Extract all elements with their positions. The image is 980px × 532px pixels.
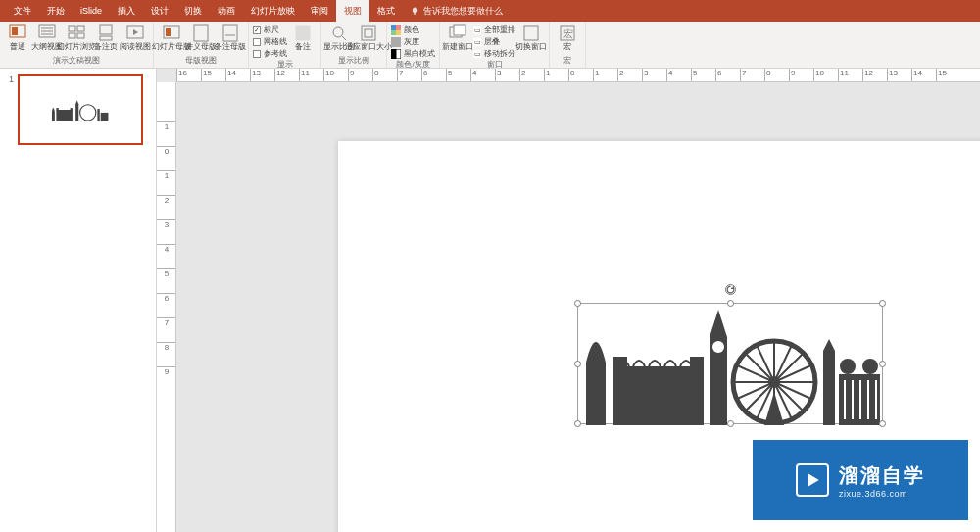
svg-rect-58 [823, 351, 835, 425]
resize-handle-w[interactable] [574, 361, 581, 367]
chk-guides[interactable]: 参考线 [253, 48, 287, 59]
slide-thumbnail[interactable] [18, 74, 143, 145]
group-presentation-views: 普通 大纲视图 幻灯片浏览 备注页 阅读视图 演示文稿视图 [0, 22, 154, 68]
tab-review[interactable]: 审阅 [303, 0, 336, 22]
btn-new-window[interactable]: 新建窗口 [444, 24, 471, 52]
btn-reading-view[interactable]: 阅读视图 [122, 24, 149, 52]
svg-rect-19 [296, 26, 310, 40]
btn-notes[interactable]: 备注 [289, 24, 317, 52]
vertical-ruler[interactable]: 10123456789 [157, 82, 176, 532]
group-label: 宏 [564, 55, 571, 68]
svg-rect-38 [71, 108, 73, 111]
svg-rect-24 [391, 25, 396, 30]
svg-point-61 [862, 359, 878, 374]
btn-notes-master[interactable]: 备注母版 [217, 24, 244, 52]
resize-handle-se[interactable] [879, 420, 886, 427]
btn-notes-page[interactable]: 备注页 [92, 24, 120, 52]
tab-slideshow[interactable]: 幻灯片放映 [243, 0, 303, 22]
svg-rect-16 [194, 25, 208, 41]
horizontal-ruler[interactable]: 1615141312111098765432101234567891011121… [176, 69, 980, 82]
resize-handle-n[interactable] [727, 300, 734, 307]
city-silhouette-shape[interactable] [578, 304, 884, 425]
group-color-grayscale: 颜色 灰度 黑白模式 颜色/灰度 [387, 22, 440, 68]
svg-rect-27 [396, 30, 401, 35]
resize-handle-nw[interactable] [574, 300, 581, 307]
group-show: ✓标尺 网格线 参考线 备注 显示 [249, 22, 321, 68]
tab-file[interactable]: 文件 [6, 0, 39, 22]
tab-view[interactable]: 视图 [336, 0, 369, 22]
tab-home[interactable]: 开始 [39, 0, 73, 22]
svg-rect-32 [454, 25, 466, 35]
btn-cascade[interactable]: ▭层叠 [473, 36, 515, 47]
svg-rect-30 [396, 49, 401, 59]
svg-rect-37 [56, 108, 58, 111]
svg-point-60 [840, 359, 856, 374]
selection-box[interactable] [577, 303, 883, 424]
btn-color[interactable]: 颜色 [391, 24, 435, 35]
svg-rect-25 [396, 25, 401, 30]
svg-rect-23 [365, 29, 372, 37]
svg-rect-33 [524, 26, 538, 40]
tab-islide[interactable]: iSlide [73, 0, 110, 22]
tab-format[interactable]: 格式 [369, 0, 403, 22]
svg-rect-22 [362, 26, 375, 40]
lightbulb-icon [411, 7, 419, 16]
slide-thumbnail-panel[interactable]: 1 [0, 69, 157, 532]
resize-handle-ne[interactable] [879, 300, 886, 307]
chk-ruler[interactable]: ✓标尺 [253, 24, 287, 35]
resize-handle-e[interactable] [879, 361, 886, 367]
svg-rect-43 [613, 357, 627, 370]
resize-handle-s[interactable] [727, 420, 734, 427]
svg-rect-10 [100, 25, 112, 34]
group-macros: 宏宏 宏 [550, 22, 586, 68]
btn-move-split[interactable]: ▭移动拆分 [473, 48, 515, 59]
btn-arrange-all[interactable]: ▭全部重排 [473, 24, 515, 35]
svg-point-57 [768, 376, 780, 388]
tab-design[interactable]: 设计 [143, 0, 176, 22]
rotate-icon [726, 285, 735, 294]
watermark-title: 溜溜自学 [839, 462, 925, 489]
btn-switch-window[interactable]: 切换窗口 [517, 24, 545, 52]
tab-insert[interactable]: 插入 [110, 0, 143, 22]
city-silhouette-icon [51, 97, 110, 122]
svg-marker-13 [133, 29, 138, 35]
play-icon [796, 463, 829, 497]
svg-rect-9 [77, 33, 84, 38]
thumbnail-number: 1 [6, 74, 14, 84]
svg-rect-1 [12, 27, 18, 35]
svg-point-20 [333, 27, 343, 37]
tab-transition[interactable]: 切换 [176, 0, 210, 22]
btn-macros[interactable]: 宏宏 [554, 24, 581, 52]
svg-rect-40 [97, 109, 99, 121]
resize-handle-sw[interactable] [574, 420, 581, 427]
svg-point-47 [712, 341, 724, 353]
ribbon: 普通 大纲视图 幻灯片浏览 备注页 阅读视图 演示文稿视图 幻灯片母版 [0, 22, 980, 69]
btn-handout-master[interactable]: 讲义母版 [187, 24, 215, 52]
svg-text:宏: 宏 [564, 28, 573, 39]
svg-marker-68 [808, 473, 819, 487]
btn-fit-window[interactable]: 适应窗口大小 [355, 24, 382, 52]
group-window: 新建窗口 ▭全部重排 ▭层叠 ▭移动拆分 切换窗口 窗口 [440, 22, 550, 68]
btn-slide-sorter[interactable]: 幻灯片浏览 [63, 24, 90, 52]
btn-normal-view[interactable]: 普通 [4, 24, 31, 52]
thumbnail-row[interactable]: 1 [6, 74, 150, 145]
svg-marker-59 [823, 339, 835, 351]
tab-animation[interactable]: 动画 [210, 0, 243, 22]
btn-slide-master[interactable]: 幻灯片母版 [158, 24, 185, 52]
svg-rect-8 [69, 33, 75, 38]
btn-grayscale[interactable]: 灰度 [391, 36, 435, 47]
tell-me-search[interactable]: 告诉我您想要做什么 [411, 5, 503, 18]
chk-gridlines[interactable]: 网格线 [253, 36, 287, 47]
rotate-handle[interactable] [725, 284, 736, 295]
watermark-sub: zixue.3d66.com [839, 489, 925, 499]
group-zoom: 显示比例 适应窗口大小 显示比例 [321, 22, 387, 68]
svg-rect-7 [77, 26, 84, 31]
svg-rect-36 [56, 110, 72, 121]
svg-rect-11 [100, 36, 112, 40]
svg-line-21 [342, 36, 346, 40]
ribbon-tabs: 文件 开始 iSlide 插入 设计 切换 动画 幻灯片放映 审阅 视图 格式 … [0, 0, 980, 22]
btn-blackwhite[interactable]: 黑白模式 [391, 48, 435, 59]
svg-marker-46 [710, 310, 727, 337]
group-label: 显示比例 [338, 55, 369, 68]
svg-rect-26 [391, 30, 396, 35]
